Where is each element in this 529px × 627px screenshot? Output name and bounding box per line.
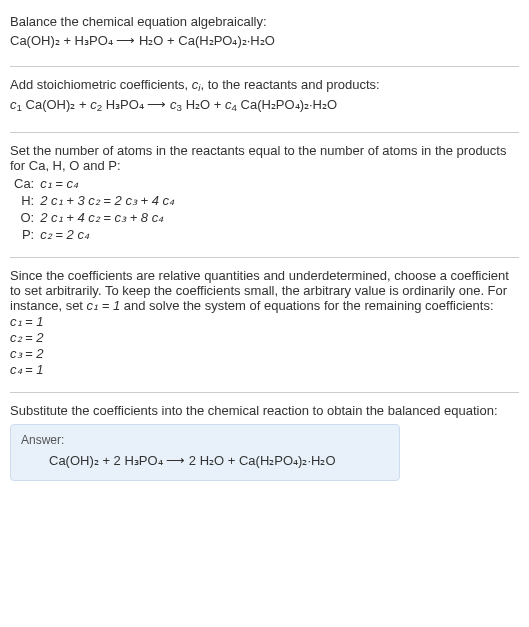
sp2: H₃PO₄ ⟶ [102, 97, 170, 112]
table-row: O: 2 c₁ + 4 c₂ = c₃ + 8 c₄ [10, 209, 180, 226]
divider [10, 257, 519, 258]
sol2: c₂ = 2 [10, 330, 44, 345]
divider [10, 132, 519, 133]
atom-balance-intro: Set the number of atoms in the reactants… [10, 143, 519, 173]
sol4: c₄ = 1 [10, 362, 44, 377]
solve-intro-b: and solve the system of equations for th… [120, 298, 493, 313]
table-row: P: c₂ = 2 c₄ [10, 226, 180, 243]
table-row: Ca: c₁ = c₄ [10, 175, 180, 192]
unbalanced-equation: Ca(OH)₂ + H₃PO₄ ⟶ H₂O + Ca(H₂PO₄)₂·H₂O [10, 33, 519, 48]
divider [10, 392, 519, 393]
solve-intro: Since the coefficients are relative quan… [10, 268, 519, 313]
coeff-equation: c1 Ca(OH)₂ + c2 H₃PO₄ ⟶ c3 H₂O + c4 Ca(H… [10, 97, 519, 113]
answer-label: Answer: [21, 433, 389, 447]
coeff-intro: Add stoichiometric coefficients, ci, to … [10, 77, 519, 93]
elem-eqn: 2 c₁ + 3 c₂ = 2 c₃ + 4 c₄ [36, 192, 180, 209]
elem-eqn: c₂ = 2 c₄ [36, 226, 180, 243]
balanced-equation: Ca(OH)₂ + 2 H₃PO₄ ⟶ 2 H₂O + Ca(H₂PO₄)₂·H… [21, 453, 389, 468]
coeff-intro-b: , to the reactants and products: [201, 77, 380, 92]
list-item: c₄ = 1 [10, 362, 519, 377]
section-solve: Since the coefficients are relative quan… [10, 262, 519, 388]
sp3: H₂O + [182, 97, 225, 112]
section-atom-balance: Set the number of atoms in the reactants… [10, 137, 519, 253]
intro-text: Balance the chemical equation algebraica… [10, 14, 519, 29]
eq: c₂ = 2 c₄ [40, 227, 89, 242]
atom-equations-table: Ca: c₁ = c₄ H: 2 c₁ + 3 c₂ = 2 c₃ + 4 c₄… [10, 175, 180, 243]
elem-eqn: 2 c₁ + 4 c₂ = c₃ + 8 c₄ [36, 209, 180, 226]
elem-label: Ca: [10, 175, 36, 192]
section-intro: Balance the chemical equation algebraica… [10, 8, 519, 62]
eq: c₁ = c₄ [40, 176, 78, 191]
elem-label: H: [10, 192, 36, 209]
sol3: c₃ = 2 [10, 346, 44, 361]
coefficient-solutions: c₁ = 1 c₂ = 2 c₃ = 2 c₄ = 1 [10, 314, 519, 377]
elem-label: P: [10, 226, 36, 243]
c1-set: c₁ = 1 [87, 298, 121, 313]
section-answer: Substitute the coefficients into the che… [10, 397, 519, 491]
sp4: Ca(H₂PO₄)₂·H₂O [237, 97, 337, 112]
list-item: c₃ = 2 [10, 346, 519, 361]
elem-label: O: [10, 209, 36, 226]
table-row: H: 2 c₁ + 3 c₂ = 2 c₃ + 4 c₄ [10, 192, 180, 209]
list-item: c₂ = 2 [10, 330, 519, 345]
section-coefficients: Add stoichiometric coefficients, ci, to … [10, 71, 519, 128]
list-item: c₁ = 1 [10, 314, 519, 329]
eq: 2 c₁ + 3 c₂ = 2 c₃ + 4 c₄ [40, 193, 174, 208]
answer-box: Answer: Ca(OH)₂ + 2 H₃PO₄ ⟶ 2 H₂O + Ca(H… [10, 424, 400, 481]
sol1: c₁ = 1 [10, 314, 44, 329]
substitute-intro: Substitute the coefficients into the che… [10, 403, 519, 418]
divider [10, 66, 519, 67]
coeff-intro-a: Add stoichiometric coefficients, [10, 77, 192, 92]
sp1: Ca(OH)₂ + [22, 97, 90, 112]
eq: 2 c₁ + 4 c₂ = c₃ + 8 c₄ [40, 210, 163, 225]
elem-eqn: c₁ = c₄ [36, 175, 180, 192]
